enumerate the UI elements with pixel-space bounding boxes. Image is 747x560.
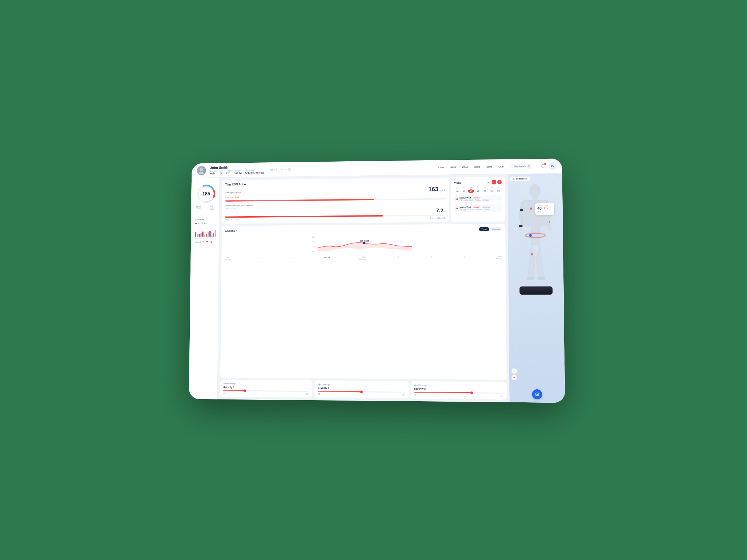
alert-fill-1	[223, 390, 244, 392]
cal-day[interactable]: 19	[474, 189, 481, 193]
gmi-section: Glucose Management Indicator Goal: ≤ 7.0…	[225, 202, 445, 218]
sensor-arm	[520, 209, 523, 211]
markers-button[interactable]: 2K Markers	[510, 177, 531, 181]
activity-icon	[202, 240, 205, 243]
svg-rect-22	[460, 199, 462, 201]
chart-dropdown-icon[interactable]: ▾	[236, 230, 237, 232]
tab-cgm2[interactable]: CGM	[471, 164, 483, 169]
cal-day[interactable]: 20	[482, 189, 488, 193]
device-frame: John Smith Gender Male Age 73 Height 5'2…	[189, 158, 565, 403]
cal-day[interactable]: 17	[461, 189, 467, 193]
gauge-container: 185	[196, 183, 216, 204]
header-icons: ZV	[539, 162, 557, 170]
slider-thumb-2[interactable]	[360, 391, 363, 393]
svg-text:100: 100	[312, 246, 315, 247]
chart-title: Glucose ▾	[225, 229, 237, 232]
bar	[206, 234, 207, 237]
alert-fill-2	[318, 391, 361, 393]
bar	[213, 233, 214, 237]
cal-add[interactable]: +	[497, 180, 501, 184]
bar	[209, 231, 211, 237]
user-menu-button[interactable]: ZV	[549, 162, 557, 169]
conditions-field: Conditions Diabetes, Thyroid	[244, 169, 264, 175]
bar	[200, 233, 202, 237]
gender-field: Gender Male	[210, 170, 217, 175]
alert-header-3: Alert Settings	[414, 384, 504, 387]
svg-rect-48	[537, 394, 538, 395]
gauge-labels: Target70-180 High>181mg/dL	[196, 205, 214, 211]
tab-overlay[interactable]: Overlay	[490, 227, 502, 231]
visit-item-1[interactable]: Intake Visit 95 Min Jun 18, 2023 9:00am …	[454, 195, 502, 203]
cal-prev[interactable]: ‹	[486, 180, 491, 185]
missed-label: Missed	[195, 241, 201, 243]
alert-severity-3: Severity 3	[414, 388, 504, 391]
svg-point-38	[513, 179, 514, 179]
sensor-wrist	[519, 225, 522, 227]
tab-cgm1[interactable]: CGM	[436, 165, 446, 169]
chart-tabs: Trend Overlay	[479, 227, 502, 231]
tab-ccm2[interactable]: CCM	[484, 164, 495, 169]
glucose-chart-area: 200 150 100 50	[225, 233, 503, 256]
center-panel: Time CGM Active Average Glucose 163 mg/d…	[217, 174, 510, 402]
cal-day[interactable]: 16	[454, 190, 461, 193]
notification-button[interactable]	[539, 162, 547, 170]
visits-title: Visits	[454, 181, 461, 184]
visit-info-2: Intake Visit 95 Min Unlimited May 18, 20…	[460, 206, 497, 210]
visit-dot	[456, 198, 458, 200]
svg-line-28	[317, 237, 412, 237]
height-field: Height 5'2"	[226, 169, 232, 175]
alert-severity-2: Severity 2	[318, 387, 405, 390]
alert-slider-2[interactable]	[318, 391, 406, 393]
body-action-button[interactable]	[532, 389, 542, 399]
alert-slider-3[interactable]	[414, 392, 504, 394]
cgm-widget: Time CGM Active Average Glucose 163 mg/d…	[222, 177, 449, 224]
alert-header-2: Alert Settings	[318, 383, 405, 386]
body-action-icon	[535, 392, 539, 397]
cal-days: 16 17 18 19 20 21 22	[454, 189, 501, 193]
zoom-minus-button[interactable]: −	[511, 368, 517, 374]
waveform-icon	[542, 206, 550, 210]
tab-rpm[interactable]: RPM	[448, 165, 458, 169]
svg-line-13	[200, 190, 200, 190]
visit-badge-2: 95 Min	[473, 206, 480, 208]
avatar	[197, 166, 206, 175]
tab-ccm[interactable]: CCM	[459, 164, 470, 169]
scale-platform	[519, 286, 552, 295]
bar	[204, 235, 205, 237]
bar	[211, 235, 213, 237]
activity-icon2	[205, 240, 209, 243]
svg-rect-23	[460, 209, 462, 210]
slider-thumb-1[interactable]	[243, 389, 246, 392]
glucose-popup: Glucose Level 40 40% bpm	[535, 203, 555, 215]
slider-thumb-3[interactable]	[471, 392, 473, 394]
alert-widget-2: Alert Settings Severity 2 40 181	[314, 380, 409, 398]
zoom-controls: − +	[511, 368, 517, 380]
svg-text:115 mg/dL: 115 mg/dL	[360, 240, 369, 242]
svg-text:150: 150	[312, 241, 315, 243]
tab-cgm3[interactable]: CGM	[496, 164, 507, 169]
alert-slider-1[interactable]	[223, 390, 309, 392]
body-panel: 2K Markers	[508, 174, 565, 403]
cgm-header: Time CGM Active	[226, 181, 445, 186]
activities-widget: Activities Yes No	[193, 216, 217, 246]
avg-progress-fill	[225, 199, 374, 202]
notification-badge	[544, 163, 546, 165]
tab-trend[interactable]: Trend	[479, 227, 489, 231]
cal-day[interactable]: 21	[488, 189, 495, 192]
body-figure: Glucose Level 40 40% bpm	[516, 183, 555, 285]
alert-widget-1: Alert Settings Severity 1 40 217	[220, 380, 312, 398]
cal-next[interactable]: ›	[492, 180, 496, 184]
chart-header: Glucose ▾ Trend Overlay	[225, 227, 502, 233]
cal-day-today[interactable]: 18	[468, 189, 474, 193]
bar	[215, 230, 216, 237]
alert-widget-3: Alert Settings Severity 3 40 181	[411, 381, 507, 399]
period-selector[interactable]: This Month	[511, 164, 533, 169]
visit-item-2[interactable]: Intake Visit 95 Min Unlimited May 18, 20…	[454, 204, 502, 212]
zoom-plus-button[interactable]: +	[511, 375, 517, 380]
visit-badge-3: Unlimited	[482, 206, 491, 208]
goal-row: Goal ~140 mg/dL	[225, 194, 445, 198]
cal-day[interactable]: 22	[495, 189, 502, 192]
calendar-nav: ‹ › +	[486, 180, 501, 185]
visit-chevron-2: ›	[499, 206, 500, 209]
alert-values-2: 40 181	[318, 393, 406, 396]
